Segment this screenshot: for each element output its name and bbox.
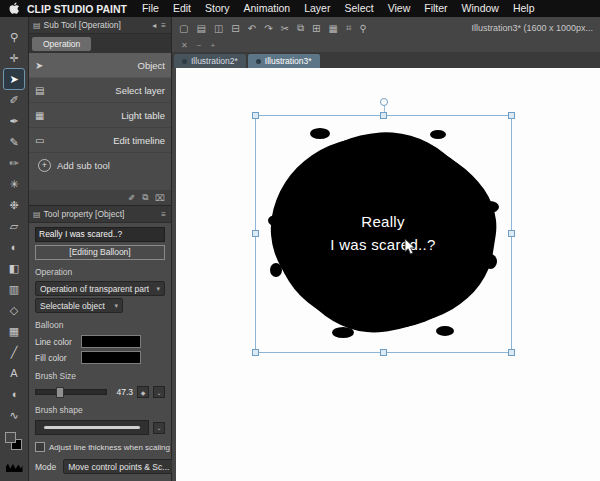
adjust-thickness-checkbox[interactable] <box>35 442 45 452</box>
delete-icon[interactable]: ⌧ <box>155 193 165 203</box>
dropdown-value: Selectable object <box>40 301 105 311</box>
tool-figure-icon[interactable]: ◇ <box>4 300 24 320</box>
close-icon[interactable]: ✕ <box>181 41 188 50</box>
selection-bounding-box[interactable] <box>255 115 512 353</box>
menu-item-filter[interactable]: Filter <box>417 0 454 17</box>
print-icon[interactable]: ⊟ <box>231 23 239 34</box>
minimize-icon[interactable]: − <box>197 41 202 50</box>
subtool-item-edit-timeline[interactable]: ▭ Edit timeline <box>29 128 171 153</box>
tool-ruler-icon[interactable]: ╱ <box>4 342 24 362</box>
mode-row: Mode Move control points & Sc... ▾ <box>35 459 165 474</box>
subtool-item-object[interactable]: ➤ Object <box>29 53 171 78</box>
selection-handle-top-left[interactable] <box>252 112 259 119</box>
line-color-swatch[interactable] <box>81 335 141 348</box>
tool-eraser-icon[interactable]: ▱ <box>4 216 24 236</box>
panel-menu-icon[interactable]: ≡ <box>160 210 167 219</box>
app-body: ⚲ ✛ ➤ ✐ ✒ ✎ ✏ ✳ ❉ ▱ ◐ ◧ ▥ ◇ ▦ ╱ A ◖ ∿ <box>0 17 600 481</box>
menu-bar: CLIP STUDIO PAINT File Edit Story Animat… <box>0 0 600 17</box>
tool-fill-icon[interactable]: ◧ <box>4 258 24 278</box>
tool-correction-icon[interactable]: ∿ <box>4 405 24 425</box>
main-color-swatch[interactable] <box>5 432 16 443</box>
grid-icon[interactable]: ▦ <box>328 23 337 34</box>
slider-thumb[interactable] <box>56 387 64 398</box>
snap-icon[interactable]: ⌗ <box>346 22 352 34</box>
tool-decoration-icon[interactable]: ❉ <box>4 195 24 215</box>
menu-item-view[interactable]: View <box>381 0 418 17</box>
canvas-page[interactable]: Really I was scared..? <box>176 68 600 481</box>
tool-zoom-icon[interactable]: ⚲ <box>4 27 24 47</box>
brush-size-value[interactable]: 47.3 <box>116 387 133 397</box>
chevron-small-icon[interactable]: ⌄ <box>153 386 165 398</box>
paste-icon[interactable]: ⊞ <box>312 23 320 34</box>
menu-item-file[interactable]: File <box>135 0 166 17</box>
brush-shape-row: ⌄ <box>35 420 165 435</box>
subtool-item-label: Object <box>138 60 165 71</box>
tool-move-icon[interactable]: ✛ <box>4 48 24 68</box>
undo-icon[interactable]: ↶ <box>248 23 256 34</box>
brush-size-slider[interactable] <box>35 389 107 395</box>
dropdown-value: Move control points & Sc... <box>68 462 169 472</box>
fill-color-swatch[interactable] <box>81 351 141 364</box>
new-file-icon[interactable]: ▢ <box>179 23 188 34</box>
subtool-item-select-layer[interactable]: ▤ Select layer <box>29 78 171 103</box>
panel-collapse-icon[interactable]: ◂ <box>151 21 157 30</box>
menu-item-story[interactable]: Story <box>198 0 237 17</box>
mode-dropdown[interactable]: Move control points & Sc... ▾ <box>63 459 181 474</box>
editing-balloon-status: [Editing Balloon] <box>35 245 165 260</box>
menu-item-edit[interactable]: Edit <box>166 0 198 17</box>
selection-handle-bottom-left[interactable] <box>252 349 259 356</box>
selection-handle-top-right[interactable] <box>508 112 515 119</box>
subtool-item-light-table[interactable]: ▦ Light table <box>29 103 171 128</box>
tool-eyedropper-icon[interactable]: ✐ <box>4 90 24 110</box>
redo-icon[interactable]: ↷ <box>264 23 272 34</box>
tool-brush-icon[interactable]: ✏ <box>4 153 24 173</box>
chevron-small-icon[interactable]: ⌄ <box>153 422 165 434</box>
selection-handle-mid-left[interactable] <box>252 230 259 237</box>
tool-blend-icon[interactable]: ◐ <box>4 237 24 257</box>
menu-item-window[interactable]: Window <box>455 0 506 17</box>
canvas-viewport[interactable]: Really I was scared..? <box>172 68 600 481</box>
tool-operation-icon[interactable]: ➤ <box>4 69 24 89</box>
tool-pencil-icon[interactable]: ✎ <box>4 132 24 152</box>
tool-property-title: Tool property [Object] <box>44 209 125 219</box>
tool-property-header: ▤ Tool property [Object] ≡ <box>29 206 171 223</box>
tool-pen-icon[interactable]: ✒ <box>4 111 24 131</box>
panel-menu-icon[interactable]: ≡ <box>160 21 167 30</box>
transparent-part-dropdown[interactable]: Operation of transparent part ▾ <box>35 281 165 296</box>
menu-item-animation[interactable]: Animation <box>236 0 297 17</box>
document-area: ▢ ▤ ◫ ⊟ ↶ ↷ ✂ ⧉ ⊞ ▦ ⌗ ⚲ Illustration3* (… <box>172 17 600 481</box>
save-icon[interactable]: ◫ <box>214 23 223 34</box>
brush-shape-preview[interactable] <box>35 420 149 435</box>
apple-logo-icon[interactable] <box>9 2 20 15</box>
selection-handle-bottom-center[interactable] <box>380 349 387 356</box>
tab-illustration2[interactable]: Illustration2* <box>174 54 246 68</box>
copy-icon[interactable]: ⧉ <box>297 22 304 34</box>
balloon-text-field[interactable]: Really I was scared..? <box>35 227 165 242</box>
brush-stroke-preview-icon <box>6 462 23 472</box>
duplicate-icon[interactable]: ⧉ <box>142 192 148 203</box>
tool-frame-icon[interactable]: ▦ <box>4 321 24 341</box>
menu-item-select[interactable]: Select <box>337 0 380 17</box>
rotation-handle[interactable] <box>380 98 388 106</box>
subtool-panel-header: ▤ Sub Tool [Operation] ◂ ≡ <box>29 17 171 34</box>
tool-balloon-icon[interactable]: ◖ <box>4 384 24 404</box>
adjust-thickness-row: Adjust line thickness when scaling <box>35 442 165 452</box>
selectable-object-dropdown[interactable]: Selectable object ▾ <box>35 298 123 313</box>
menu-item-layer[interactable]: Layer <box>297 0 337 17</box>
selection-handle-top-center[interactable] <box>380 112 387 119</box>
tab-illustration3[interactable]: Illustration3* <box>248 54 320 68</box>
zoom-window-icon[interactable]: + <box>210 41 215 50</box>
selection-handle-mid-right[interactable] <box>508 230 515 237</box>
selection-handle-bottom-right[interactable] <box>508 349 515 356</box>
tool-airbrush-icon[interactable]: ✳ <box>4 174 24 194</box>
open-icon[interactable]: ▤ <box>196 23 205 34</box>
cut-icon[interactable]: ✂ <box>281 23 289 34</box>
stepper-diamond-icon[interactable]: ◆ <box>137 386 149 398</box>
tool-text-icon[interactable]: A <box>4 363 24 383</box>
add-subtool-button[interactable]: + Add sub tool <box>29 153 171 177</box>
menu-item-help[interactable]: Help <box>506 0 542 17</box>
tool-gradient-icon[interactable]: ▥ <box>4 279 24 299</box>
eyedropper-icon[interactable]: ✐ <box>128 193 135 203</box>
zoom-icon[interactable]: ⚲ <box>360 23 367 34</box>
subtool-group-tab-operation[interactable]: Operation <box>32 37 91 51</box>
